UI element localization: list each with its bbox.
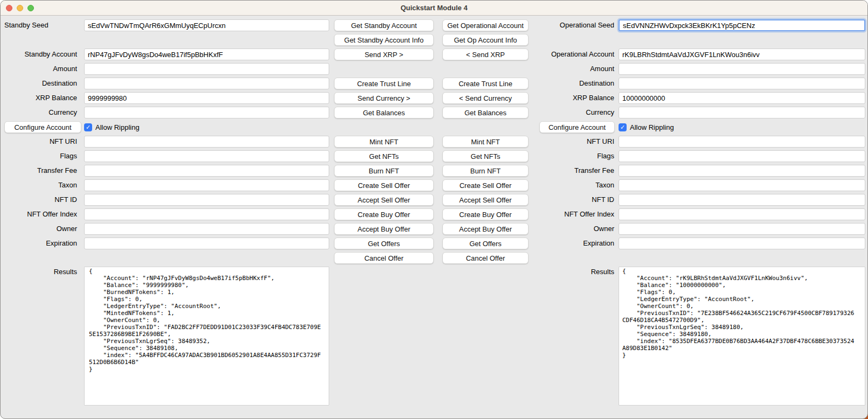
row-destination: Destination Create Trust Line Create Tru…	[1, 78, 867, 89]
standby-amount-input[interactable]	[84, 63, 329, 75]
operational-seed-input[interactable]	[619, 19, 865, 31]
operational-results-label: Results	[531, 267, 616, 276]
get-offers-operational-button[interactable]: Get Offers	[442, 238, 529, 249]
cancel-offer-operational-button[interactable]: Cancel Offer	[442, 252, 529, 264]
configure-account-operational-button[interactable]: Configure Account	[539, 121, 615, 133]
standby-nft-offer-index-input[interactable]	[84, 208, 329, 220]
accept-buy-offer-standby-button[interactable]: Accept Buy Offer	[334, 223, 434, 235]
operational-allow-rippling-label: Allow Rippling	[630, 123, 674, 131]
operational-amount-label: Amount	[531, 63, 616, 75]
cancel-offer-standby-button[interactable]: Cancel Offer	[334, 252, 434, 264]
standby-taxon-input[interactable]	[84, 179, 329, 191]
standby-destination-input[interactable]	[84, 78, 329, 89]
row-expiration: Expiration Get Offers Get Offers Expirat…	[1, 238, 867, 249]
get-operational-account-button[interactable]: Get Operational Account	[442, 19, 529, 31]
standby-nft-id-label: NFT ID	[1, 194, 81, 206]
accept-sell-offer-standby-button[interactable]: Accept Sell Offer	[334, 194, 434, 206]
standby-transfer-fee-label: Transfer Fee	[1, 165, 81, 177]
get-nfts-standby-button[interactable]: Get NFTs	[334, 150, 434, 162]
row-taxon: Taxon Create Sell Offer Create Sell Offe…	[1, 179, 867, 191]
check-icon: ✓	[86, 124, 91, 130]
row-nft-id: NFT ID Accept Sell Offer Accept Sell Off…	[1, 194, 867, 206]
send-currency-operational-button[interactable]: < Send Currency	[442, 92, 529, 104]
create-trust-line-standby-button[interactable]: Create Trust Line	[334, 78, 434, 89]
standby-nft-offer-index-label: NFT Offer Index	[1, 208, 81, 220]
standby-nft-id-input[interactable]	[84, 194, 329, 206]
app-window: Quickstart Module 4 Standby Seed Get Sta…	[0, 0, 868, 419]
operational-flags-input[interactable]	[619, 150, 865, 162]
row-results: Results { "Account": "rNP47gJFvDyW8gsDo4…	[1, 267, 867, 406]
burn-nft-operational-button[interactable]: Burn NFT	[442, 165, 529, 177]
row-account-info: Get Standby Account Info Get Op Account …	[1, 34, 867, 46]
create-sell-offer-standby-button[interactable]: Create Sell Offer	[334, 179, 434, 191]
get-op-account-info-button[interactable]: Get Op Account Info	[442, 34, 529, 46]
get-standby-account-button[interactable]: Get Standby Account	[334, 19, 434, 31]
standby-destination-label: Destination	[1, 78, 81, 89]
get-nfts-operational-button[interactable]: Get NFTs	[442, 150, 529, 162]
create-buy-offer-standby-button[interactable]: Create Buy Offer	[334, 208, 434, 220]
standby-seed-label: Standby Seed	[1, 19, 81, 31]
standby-taxon-label: Taxon	[1, 179, 81, 191]
operational-expiration-input[interactable]	[619, 238, 865, 249]
get-offers-standby-button[interactable]: Get Offers	[334, 238, 434, 249]
standby-seed-input[interactable]	[84, 19, 329, 31]
standby-nft-uri-input[interactable]	[84, 136, 329, 148]
standby-expiration-input[interactable]	[84, 238, 329, 249]
mint-nft-operational-button[interactable]: Mint NFT	[442, 136, 529, 148]
operational-nft-uri-input[interactable]	[619, 136, 865, 148]
send-xrp-operational-button[interactable]: < Send XRP	[442, 48, 529, 60]
standby-allow-rippling-label: Allow Rippling	[95, 123, 140, 131]
operational-account-input[interactable]	[619, 48, 865, 60]
standby-account-label: Standby Account	[1, 48, 81, 60]
operational-nft-id-input[interactable]	[619, 194, 865, 206]
create-buy-offer-operational-button[interactable]: Create Buy Offer	[442, 208, 529, 220]
window-title: Quickstart Module 4	[400, 4, 467, 12]
operational-allow-rippling-checkbox[interactable]: ✓	[619, 123, 627, 131]
standby-account-input[interactable]	[84, 48, 329, 60]
get-standby-account-info-button[interactable]: Get Standby Account Info	[334, 34, 434, 46]
burn-nft-standby-button[interactable]: Burn NFT	[334, 165, 434, 177]
standby-owner-input[interactable]	[84, 223, 329, 235]
check-icon: ✓	[620, 124, 625, 130]
row-xrp-balance: XRP Balance Send Currency > < Send Curre…	[1, 92, 867, 104]
accept-sell-offer-operational-button[interactable]: Accept Sell Offer	[442, 194, 529, 206]
row-cancel-offer: Cancel Offer Cancel Offer	[1, 252, 867, 264]
operational-destination-input[interactable]	[619, 78, 865, 89]
configure-account-standby-button[interactable]: Configure Account	[4, 121, 81, 133]
standby-allow-rippling-checkbox[interactable]: ✓	[84, 123, 92, 131]
operational-nft-uri-label: NFT URI	[531, 136, 616, 148]
operational-owner-input[interactable]	[619, 223, 865, 235]
operational-xrp-balance-input[interactable]	[619, 92, 865, 104]
row-nft-uri: NFT URI Mint NFT Mint NFT NFT URI	[1, 136, 867, 148]
row-owner: Owner Accept Buy Offer Accept Buy Offer …	[1, 223, 867, 235]
standby-currency-label: Currency	[1, 107, 81, 118]
operational-currency-input[interactable]	[619, 107, 865, 118]
row-flags: Flags Get NFTs Get NFTs Flags	[1, 150, 867, 162]
create-sell-offer-operational-button[interactable]: Create Sell Offer	[442, 179, 529, 191]
standby-xrp-balance-input[interactable]	[84, 92, 329, 104]
mint-nft-standby-button[interactable]: Mint NFT	[334, 136, 434, 148]
send-xrp-standby-button[interactable]: Send XRP >	[334, 48, 434, 60]
operational-transfer-fee-input[interactable]	[619, 165, 865, 177]
standby-transfer-fee-input[interactable]	[84, 165, 329, 177]
get-balances-operational-button[interactable]: Get Balances	[442, 107, 529, 118]
minimize-button[interactable]	[17, 5, 23, 11]
operational-results-textarea[interactable]: { "Account": "rK9LBRhStdmtAaVdJXGVF1LnKW…	[619, 267, 865, 406]
zoom-button[interactable]	[27, 5, 34, 11]
operational-amount-input[interactable]	[619, 63, 865, 75]
get-balances-standby-button[interactable]: Get Balances	[334, 107, 434, 118]
operational-taxon-label: Taxon	[531, 179, 616, 191]
operational-taxon-input[interactable]	[619, 179, 865, 191]
standby-results-textarea[interactable]: { "Account": "rNP47gJFvDyW8gsDo4weB17if5…	[84, 267, 329, 406]
close-button[interactable]	[6, 5, 12, 11]
create-trust-line-operational-button[interactable]: Create Trust Line	[442, 78, 529, 89]
standby-currency-input[interactable]	[84, 107, 329, 118]
standby-flags-input[interactable]	[84, 150, 329, 162]
operational-nft-offer-index-label: NFT Offer Index	[531, 208, 616, 220]
operational-flags-label: Flags	[531, 150, 616, 162]
standby-amount-label: Amount	[1, 63, 81, 75]
send-currency-standby-button[interactable]: Send Currency >	[334, 92, 434, 104]
standby-flags-label: Flags	[1, 150, 81, 162]
accept-buy-offer-operational-button[interactable]: Accept Buy Offer	[442, 223, 529, 235]
operational-nft-offer-index-input[interactable]	[619, 208, 865, 220]
